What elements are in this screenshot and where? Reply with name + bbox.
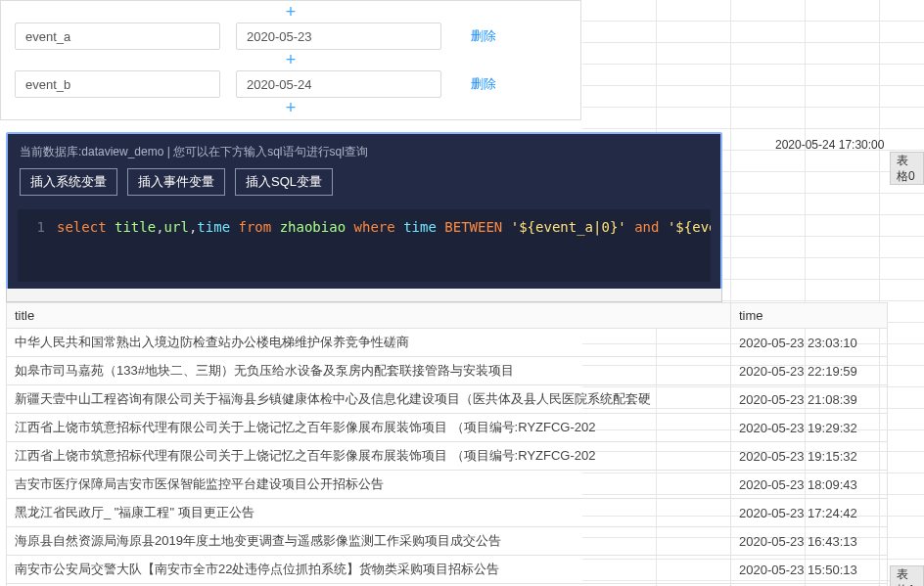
editor-scroll-gutter [6, 289, 722, 302]
sql-hint-text: 当前数据库:dataview_demo | 您可以在下方输入sql语句进行sql… [8, 134, 720, 168]
insert-event-var-button[interactable]: 插入事件变量 [127, 168, 225, 196]
sheet-tab-0[interactable]: 表格0 [890, 152, 924, 185]
results-table-wrap: title time 中华人民共和国常熟出入境边防检查站办公楼电梯维护保养竞争性… [6, 302, 887, 586]
table-row[interactable]: 如皋市司马嘉苑（133#地块二、三期）无负压给水设备及泵房内配套联接管路与安装项… [7, 357, 888, 385]
cell-time: 2020-05-23 19:29:32 [731, 414, 888, 442]
cell-time: 2020-05-23 17:24:42 [731, 499, 888, 527]
event-row-b: 删除 [15, 68, 567, 101]
sql-button-row: 插入系统变量 插入事件变量 插入SQL变量 [8, 168, 720, 209]
delete-link[interactable]: 删除 [471, 27, 496, 45]
delete-link[interactable]: 删除 [471, 75, 496, 93]
event-name-input[interactable] [15, 70, 220, 98]
col-header-title[interactable]: title [7, 303, 731, 329]
table-row[interactable]: 吉安市医疗保障局吉安市医保智能监控平台建设项目公开招标公告2020-05-23 … [7, 471, 888, 499]
cell-time: 2020-05-23 22:19:59 [731, 357, 888, 385]
cell-title: 中华人民共和国常熟出入境边防检查站办公楼电梯维护保养竞争性磋商 [7, 329, 731, 357]
corner-timestamp: 2020-05-24 17:30:00 [775, 138, 884, 152]
event-date-input[interactable] [236, 70, 441, 98]
cell-title: 南安市公安局交警大队【南安市全市22处违停点位抓拍系统】货物类采购项目招标公告 [7, 556, 731, 584]
cell-title: 如皋市司马嘉苑（133#地块二、三期）无负压给水设备及泵房内配套联接管路与安装项… [7, 357, 731, 385]
sql-panel: 当前数据库:dataview_demo | 您可以在下方输入sql语句进行sql… [6, 132, 722, 299]
cell-title: 江西省上饶市筑意招标代理有限公司关于上饶记忆之百年影像展布展装饰项目 （项目编号… [7, 414, 731, 442]
event-date-input[interactable] [236, 23, 441, 50]
cell-title: 黑龙江省民政厅_ "福康工程" 项目更正公告 [7, 499, 731, 527]
event-name-input[interactable] [15, 23, 220, 50]
cell-time: 2020-05-23 18:09:43 [731, 471, 888, 499]
sql-editor[interactable]: 1select title,url,time from zhaobiao whe… [18, 209, 711, 282]
table-row[interactable]: 海原县自然资源局海原县2019年度土地变更调查与遥感影像监测工作采购项目成交公告… [7, 527, 888, 556]
table-row[interactable]: 江西省上饶市筑意招标代理有限公司关于上饶记忆之百年影像展布展装饰项目 （项目编号… [7, 414, 888, 442]
cell-title: 吉安市医疗保障局吉安市医保智能监控平台建设项目公开招标公告 [7, 471, 731, 499]
line-number: 1 [27, 219, 45, 235]
sheet-tab-1[interactable]: 表格1 [890, 565, 924, 586]
cell-title: 海原县自然资源局海原县2019年度土地变更调查与遥感影像监测工作采购项目成交公告 [7, 527, 731, 556]
cell-time: 2020-05-23 16:43:13 [731, 527, 888, 556]
table-row[interactable]: 江西省上饶市筑意招标代理有限公司关于上饶记忆之百年影像展布展装饰项目 （项目编号… [7, 442, 888, 471]
cell-time: 2020-05-23 21:08:39 [731, 385, 888, 414]
event-row-a: 删除 [15, 20, 567, 53]
insert-sql-var-button[interactable]: 插入SQL变量 [235, 168, 333, 196]
table-row[interactable]: 南安市公安局交警大队【南安市全市22处违停点位抓拍系统】货物类采购项目招标公告2… [7, 556, 888, 584]
add-row-bottom[interactable]: + [15, 101, 567, 115]
event-vars-panel: + 删除 + 删除 + [0, 0, 581, 120]
cell-time: 2020-05-23 15:50:13 [731, 556, 888, 584]
table-row[interactable]: 中华人民共和国常熟出入境边防检查站办公楼电梯维护保养竞争性磋商2020-05-2… [7, 329, 888, 357]
cell-title: 新疆天壹中山工程咨询有限公司关于福海县乡镇健康体检中心及信息化建设项目（医共体及… [7, 385, 731, 414]
table-row[interactable]: 新疆天壹中山工程咨询有限公司关于福海县乡镇健康体检中心及信息化建设项目（医共体及… [7, 385, 888, 414]
col-header-time[interactable]: time [731, 303, 888, 329]
cell-title: 江西省上饶市筑意招标代理有限公司关于上饶记忆之百年影像展布展装饰项目 （项目编号… [7, 442, 731, 471]
cell-time: 2020-05-23 23:03:10 [731, 329, 888, 357]
add-row-top[interactable]: + [15, 5, 567, 20]
results-table: title time 中华人民共和国常熟出入境边防检查站办公楼电梯维护保养竞争性… [6, 302, 888, 586]
add-row-mid[interactable]: + [15, 53, 567, 68]
table-row[interactable]: 黑龙江省民政厅_ "福康工程" 项目更正公告2020-05-23 17:24:4… [7, 499, 888, 527]
insert-sys-var-button[interactable]: 插入系统变量 [20, 168, 117, 196]
cell-time: 2020-05-23 19:15:32 [731, 442, 888, 471]
